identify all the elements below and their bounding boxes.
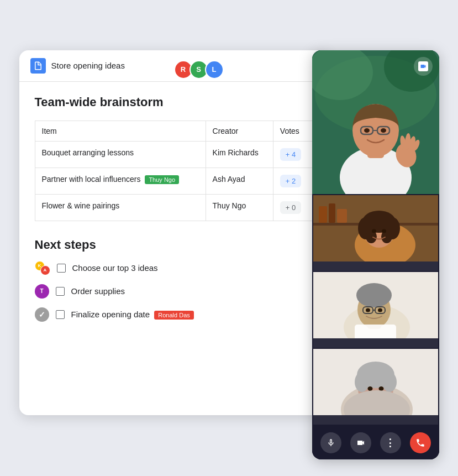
video-main [312, 50, 439, 194]
avatar-kim: L [205, 60, 224, 79]
thumbnail-2 [313, 195, 438, 271]
item-cell-3: Flower & wine pairings [35, 194, 206, 221]
votes-cell-1: + 4 [273, 141, 313, 168]
svg-point-43 [378, 308, 382, 312]
end-call-icon [415, 438, 425, 448]
svg-rect-21 [329, 203, 335, 223]
table-row: Flower & wine pairings Thuy Ngo + 0 [35, 194, 313, 221]
brainstorm-title: Team-wide brainstorm [35, 95, 313, 109]
svg-point-11 [381, 128, 386, 133]
table-row: Partner with local influencers Thuy Ngo … [35, 168, 313, 194]
svg-point-52 [382, 372, 397, 392]
checkbox-2[interactable] [56, 287, 65, 296]
mini-avatar-2: A [40, 265, 50, 275]
video-thumbnails [312, 194, 439, 426]
creator-cell-3: Thuy Ngo [206, 194, 273, 221]
more-icon: ⋮ [385, 437, 396, 449]
svg-rect-20 [319, 206, 327, 223]
votes-cell-3: + 0 [273, 194, 313, 221]
svg-point-10 [364, 128, 370, 133]
mic-icon [327, 438, 335, 447]
creator-cell-1: Kim Richards [206, 141, 273, 168]
doc-title: Store opening ideas [51, 61, 125, 70]
cursor-tag-thuy: Thuy Ngo [145, 175, 179, 184]
document-icon [30, 58, 46, 74]
video-panel: ⋮ [312, 50, 439, 459]
svg-point-51 [355, 372, 369, 392]
col-votes: Votes [273, 121, 313, 141]
checkbox-1[interactable] [57, 264, 66, 273]
brainstorm-table: Item Creator Votes Bouquet arranging les… [35, 121, 313, 221]
step-text-1: Choose our top 3 ideas [72, 263, 158, 273]
list-item: T Order supplies [35, 284, 313, 299]
doc-card: Store opening ideas R S L Team-wide brai… [19, 50, 329, 415]
svg-rect-22 [337, 209, 347, 223]
item-cell-1: Bouquet arranging lessons [35, 141, 206, 168]
col-item: Item [35, 121, 206, 141]
next-steps-title: Next steps [35, 238, 313, 252]
svg-point-38 [356, 283, 392, 307]
mute-button[interactable] [320, 432, 341, 453]
svg-point-54 [378, 386, 383, 391]
end-call-button[interactable] [410, 432, 431, 453]
vote-badge-2: + 2 [280, 175, 301, 187]
svg-point-32 [382, 229, 386, 233]
table-row: Bouquet arranging lessons Kim Richards +… [35, 141, 313, 168]
scene: Store opening ideas R S L Team-wide brai… [19, 34, 439, 443]
checkbox-3[interactable] [56, 310, 65, 319]
step-avatar-single-3: ✓ [35, 307, 49, 322]
creator-cell-2: Ash Ayad [206, 168, 273, 194]
step-text-2: Order supplies [71, 286, 125, 296]
vote-badge-3: + 0 [280, 201, 301, 214]
votes-cell-2: + 2 [273, 168, 313, 194]
meet-icon [414, 57, 433, 76]
video-controls: ⋮ [312, 426, 439, 459]
avatar-row: R S L [177, 60, 224, 79]
step-avatar-single-2: T [35, 284, 49, 299]
list-item: K A Choose our top 3 ideas [35, 261, 313, 275]
step-avatar-duo-1: K A [35, 261, 50, 275]
thumb-person-2 [313, 195, 438, 261]
thumbnail-4 [313, 349, 438, 425]
col-creator: Creator [206, 121, 273, 141]
svg-point-53 [367, 386, 372, 391]
cursor-tag-ronald: Ronald Das [154, 311, 193, 320]
thumb-person-4 [313, 349, 438, 415]
vote-badge-1: + 4 [280, 148, 301, 161]
camera-icon [356, 438, 365, 447]
doc-body: Team-wide brainstorm Item Creator Votes … [19, 82, 329, 344]
svg-rect-44 [355, 325, 396, 338]
svg-point-31 [372, 229, 376, 233]
list-item: ✓ Finalize opening date Ronald Das [35, 307, 313, 322]
thumbnail-3 [313, 272, 438, 348]
thumb-person-3 [313, 272, 438, 338]
step-text-3: Finalize opening date Ronald Das [71, 310, 194, 320]
more-options-button[interactable]: ⋮ [380, 432, 401, 453]
svg-point-42 [366, 308, 370, 312]
camera-button[interactable] [350, 432, 371, 453]
meet-icon-inner [418, 61, 428, 71]
doc-header: Store opening ideas [19, 50, 329, 82]
item-cell-2: Partner with local influencers Thuy Ngo [35, 168, 206, 194]
